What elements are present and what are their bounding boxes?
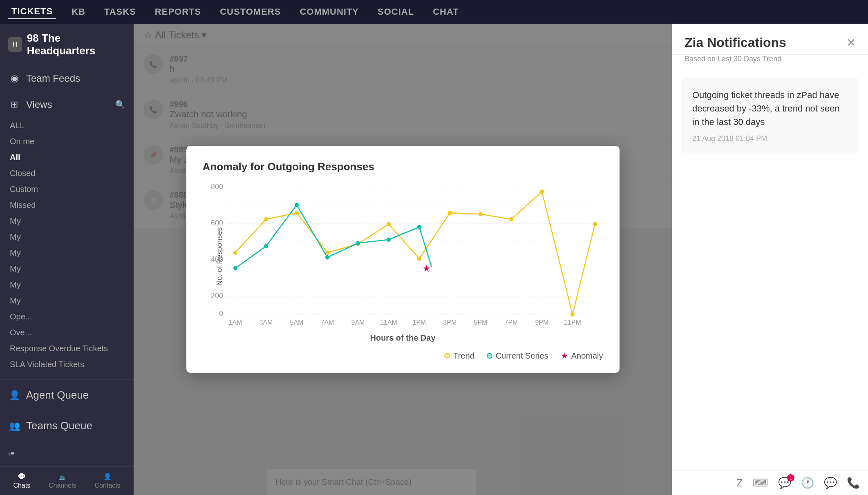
chats-icon: 💬: [18, 473, 26, 480]
zia-subtitle: Based on Last 30 Days Trend: [672, 55, 868, 70]
chart-svg: 800 600 400 200 0 1AM 3AM 5AM 7AM 9AM 11…: [203, 183, 603, 330]
svg-text:5AM: 5AM: [290, 319, 303, 326]
nav-social[interactable]: SOCIAL: [374, 5, 417, 19]
filter-missed[interactable]: Missed: [0, 197, 134, 213]
filter-custom[interactable]: Custom: [0, 181, 134, 197]
teams-queue-label: Teams Queue: [26, 419, 92, 432]
svg-text:9AM: 9AM: [351, 319, 365, 326]
nav-tickets[interactable]: TICKETS: [8, 4, 56, 19]
filter-all[interactable]: ALL: [0, 118, 134, 134]
chart-legend: Trend Current Series ★ Anomaly: [203, 351, 603, 361]
current-series-dot: [487, 353, 492, 359]
right-panel-bottom-icons: Z ⌨ 💬 1 🕐 💬 📞: [672, 470, 868, 495]
svg-text:1AM: 1AM: [228, 319, 242, 326]
svg-point-38: [233, 266, 237, 270]
bottom-chats[interactable]: 💬 Chats: [13, 473, 30, 489]
svg-point-33: [479, 212, 483, 216]
chats-label: Chats: [13, 482, 30, 489]
channels-label: Channels: [49, 482, 76, 489]
sidebar-agent-queue[interactable]: 👤 Agent Queue: [0, 380, 134, 410]
filter-list: ALL On me All Closed Custom Missed My My…: [0, 118, 134, 377]
filter-my-1[interactable]: My: [0, 213, 134, 229]
notification-text: Outgoing ticket threads in zPad have dec…: [692, 88, 848, 129]
bottom-channels[interactable]: 📺 Channels: [49, 473, 76, 489]
views-search-icon[interactable]: 🔍: [115, 100, 125, 109]
svg-point-25: [233, 250, 237, 255]
filter-open[interactable]: Ope...: [0, 309, 134, 325]
chat-icon[interactable]: 💬 1: [778, 477, 791, 489]
trend-dot: [444, 353, 450, 359]
svg-point-37: [593, 222, 597, 226]
filter-on-me[interactable]: On me: [0, 134, 134, 149]
top-navigation: TICKETS KB TASKS REPORTS CUSTOMERS COMMU…: [0, 0, 868, 24]
nav-chat[interactable]: CHAT: [430, 5, 462, 19]
views-label: Views: [26, 99, 52, 110]
close-button[interactable]: ✕: [846, 36, 856, 49]
agent-queue-label: Agent Queue: [26, 389, 89, 401]
sidebar: H 98 The Headquarters ◉ Team Feeds ⊞ Vie…: [0, 24, 134, 495]
sidebar-teams-queue[interactable]: 👥 Teams Queue: [0, 410, 134, 441]
filter-overdue[interactable]: Ove...: [0, 325, 134, 341]
agent-queue-icon: 👤: [8, 390, 20, 401]
speech-icon[interactable]: 💬: [824, 477, 837, 489]
svg-point-42: [356, 241, 360, 245]
contacts-icon: 👤: [103, 473, 112, 480]
hq-icon: H: [8, 37, 22, 52]
svg-text:7PM: 7PM: [504, 319, 518, 326]
svg-text:600: 600: [210, 218, 223, 227]
nav-tasks[interactable]: TASKS: [101, 5, 139, 19]
filter-my-4[interactable]: My: [0, 261, 134, 277]
svg-point-44: [417, 225, 421, 230]
hq-label: 98 The Headquarters: [27, 32, 125, 57]
svg-text:11PM: 11PM: [564, 319, 581, 326]
svg-text:9PM: 9PM: [535, 319, 548, 326]
filter-my-2[interactable]: My: [0, 229, 134, 245]
svg-point-43: [387, 237, 391, 242]
teams-queue-icon: 👥: [8, 421, 20, 431]
svg-text:1PM: 1PM: [412, 319, 426, 326]
legend-anomaly: ★ Anomaly: [561, 351, 603, 361]
svg-point-27: [295, 211, 299, 215]
svg-point-41: [325, 255, 329, 260]
collapse-icon: ‹≡: [8, 450, 14, 457]
chart-xlabel: Hours of the Day: [203, 333, 603, 343]
filter-my-3[interactable]: My: [0, 245, 134, 261]
right-panel-header: Zia Notifications ✕: [672, 24, 868, 55]
sidebar-item-views[interactable]: ⊞ Views 🔍: [0, 91, 134, 118]
svg-text:5PM: 5PM: [474, 319, 487, 326]
chart-modal: Anomaly for Outgoing Responses No. of Re…: [186, 146, 620, 373]
sidebar-collapse[interactable]: ‹≡: [0, 441, 134, 466]
legend-trend: Trend: [444, 351, 474, 361]
keyboard-icon[interactable]: ⌨: [753, 477, 768, 489]
filter-closed[interactable]: Closed: [0, 165, 134, 181]
svg-text:3PM: 3PM: [443, 319, 456, 326]
svg-point-40: [295, 203, 299, 207]
sidebar-item-team-feeds[interactable]: ◉ Team Feeds: [0, 65, 134, 91]
bottom-contacts[interactable]: 👤 Contacts: [94, 473, 120, 489]
svg-point-32: [448, 211, 452, 215]
sidebar-headquarters[interactable]: H 98 The Headquarters: [0, 24, 134, 65]
filter-all-tickets[interactable]: All: [0, 149, 134, 165]
nav-customers[interactable]: CUSTOMERS: [217, 5, 284, 19]
modal-overlay: Anomaly for Outgoing Responses No. of Re…: [134, 24, 672, 495]
nav-community[interactable]: COMMUNITY: [296, 5, 362, 19]
anomaly-label: Anomaly: [571, 351, 603, 361]
filter-sla-violated[interactable]: SLA Violated Tickets: [0, 357, 134, 372]
svg-text:200: 200: [210, 291, 223, 300]
phone-icon[interactable]: 📞: [847, 477, 860, 489]
zia-icon[interactable]: Z: [736, 477, 743, 489]
nav-kb[interactable]: KB: [68, 5, 89, 19]
svg-point-31: [417, 256, 421, 261]
clock-icon[interactable]: 🕐: [801, 477, 814, 489]
notification-card: Outgoing ticket threads in zPad have dec…: [682, 78, 858, 153]
svg-text:800: 800: [210, 183, 223, 191]
notification-date: 21 Aug 2018 01:04 PM: [692, 134, 848, 143]
team-feeds-icon: ◉: [8, 73, 20, 84]
chat-badge: 1: [787, 474, 794, 482]
svg-point-39: [264, 244, 268, 248]
right-panel: Zia Notifications ✕ Based on Last 30 Day…: [672, 24, 868, 495]
nav-reports[interactable]: REPORTS: [152, 5, 204, 19]
filter-my-5[interactable]: My: [0, 277, 134, 293]
filter-response-overdue[interactable]: Response Overdue Tickets: [0, 341, 134, 357]
filter-my-6[interactable]: My: [0, 293, 134, 309]
